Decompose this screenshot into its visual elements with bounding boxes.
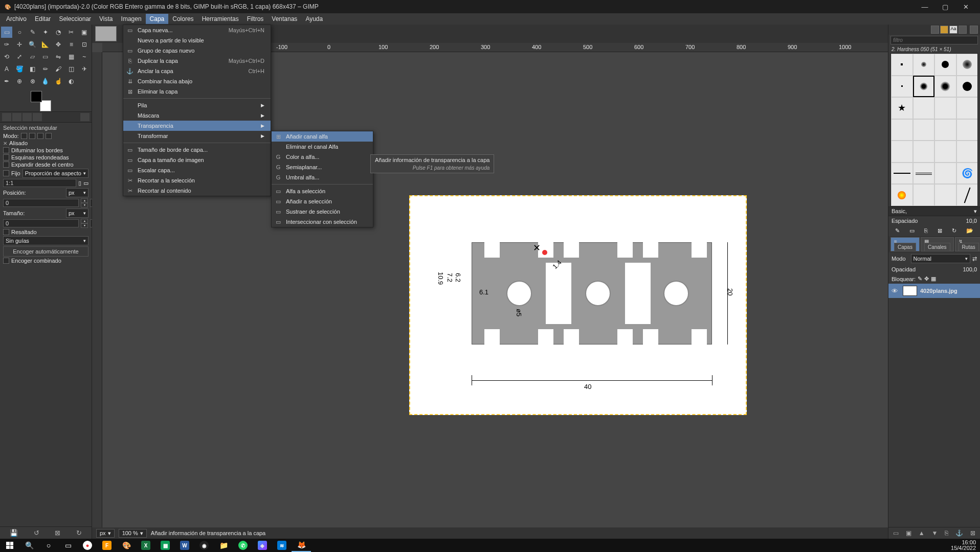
tool-rotate[interactable]: ⟲	[1, 51, 12, 62]
menu-item[interactable]: ⎘Duplicar la capaMayús+Ctrl+D	[123, 56, 271, 66]
tab-menu-icon[interactable]	[80, 113, 90, 121]
select-pos-unit[interactable]: px▾	[66, 188, 88, 197]
submenu-item[interactable]: GColor a alfa...	[272, 152, 373, 162]
menu-item[interactable]: ▭Capa a tamaño de imagen	[123, 155, 271, 165]
checkbox-encoger-comb[interactable]: Encoger combinado	[11, 258, 61, 264]
menu-ayuda[interactable]: Ayuda	[301, 14, 327, 24]
tool-eraser[interactable]: ◫	[65, 63, 77, 75]
menu-item[interactable]: ▭Escalar capa...	[123, 165, 271, 175]
brush-grid[interactable]: ★ 🌀	[890, 53, 978, 206]
lock-alpha-icon[interactable]: ▦	[931, 275, 936, 282]
taskbar-paint[interactable]: 🎨	[117, 539, 136, 552]
taskbar-vscode[interactable]: ≋	[272, 539, 292, 552]
cortana-icon[interactable]: ○	[39, 539, 58, 552]
checkbox-alisado[interactable]: Alisado	[9, 140, 28, 146]
submenu-item[interactable]: ▭Interseccionar con selección	[272, 217, 373, 227]
checkbox-icon[interactable]	[3, 258, 9, 264]
menu-filtros[interactable]: Filtros	[243, 14, 268, 24]
taskbar-app-f[interactable]: F	[97, 539, 117, 552]
tab-patterns[interactable]	[940, 26, 948, 34]
close-button[interactable]: ✕	[955, 0, 976, 13]
menu-item[interactable]: Transparencia▶	[123, 121, 271, 131]
menu-editar[interactable]: Editar	[31, 14, 55, 24]
tool-paths[interactable]: ✑	[1, 39, 12, 50]
menu-ventanas[interactable]: Ventanas	[268, 14, 301, 24]
menu-item[interactable]: Nuevo a partir de lo visible	[123, 35, 271, 45]
tool-blur[interactable]: 💧	[40, 76, 51, 87]
duplicate-layer-icon[interactable]: ⎘	[945, 530, 948, 537]
status-zoom-select[interactable]: 100 %▾	[119, 529, 147, 538]
tool-flip[interactable]: ⇋	[53, 51, 64, 62]
submenu-item[interactable]: ▭Añadir a selección	[272, 196, 373, 206]
status-unit-select[interactable]: px▾	[96, 529, 115, 538]
checkbox-fijo[interactable]: Fijo	[11, 170, 20, 176]
row-opacidad[interactable]: Opacidad100,0	[888, 265, 980, 274]
menu-item[interactable]: ⊠Eliminar la capa	[123, 86, 271, 97]
tool-clone[interactable]: ⊕	[14, 76, 25, 87]
search-icon[interactable]: 🔍	[19, 539, 39, 552]
tool-zoom[interactable]: 🔍	[27, 39, 38, 50]
tool-ellipse-select[interactable]: ○	[14, 27, 25, 38]
mode-replace[interactable]	[21, 133, 27, 139]
task-view-icon[interactable]: ▭	[58, 539, 78, 552]
tab-device-status[interactable]	[12, 113, 21, 121]
menu-vista[interactable]: Vista	[95, 14, 117, 24]
mode-intersect[interactable]	[46, 133, 52, 139]
submenu-item[interactable]: GSemiaplanar...	[272, 162, 373, 172]
select-proporcion[interactable]: Proporción de aspecto▾	[23, 169, 88, 178]
checkbox-icon[interactable]	[3, 147, 9, 153]
lock-pixels-icon[interactable]: ✎	[918, 275, 922, 282]
menu-colores[interactable]: Colores	[168, 14, 197, 24]
tab-tool-options[interactable]	[2, 113, 11, 121]
tool-dodge[interactable]: ◐	[65, 76, 77, 87]
menu-item[interactable]: Pila▶	[123, 100, 271, 110]
layer-down-icon[interactable]: ▼	[931, 530, 938, 537]
menu-seleccionar[interactable]: Seleccionar	[55, 14, 95, 24]
tool-perspective[interactable]: ▭	[40, 51, 51, 62]
select-guias[interactable]: Sin guías▾	[3, 236, 88, 245]
tool-color-picker[interactable]: ✛	[14, 39, 25, 50]
menu-item[interactable]: ✂Recortar al contenido	[123, 186, 271, 196]
mode-add[interactable]	[29, 133, 35, 139]
menu-herramientas[interactable]: Herramientas	[198, 14, 243, 24]
input-tam-w[interactable]	[3, 219, 79, 227]
minimize-button[interactable]: —	[915, 0, 935, 13]
maximize-button[interactable]: ▢	[935, 0, 955, 13]
menu-item[interactable]: Transformar▶	[123, 131, 271, 141]
menu-capa[interactable]: Capa	[146, 14, 169, 24]
tool-shear[interactable]: ▱	[27, 51, 38, 62]
portrait-icon[interactable]: ▯	[78, 180, 81, 187]
tab-history[interactable]	[959, 26, 967, 34]
tool-gradient[interactable]: ◧	[27, 63, 38, 75]
tool-airbrush[interactable]: ✈	[79, 63, 90, 75]
tool-ink[interactable]: ✒	[1, 76, 12, 87]
tool-rect-select[interactable]: ▭	[1, 27, 12, 38]
layer-thumbnail[interactable]	[903, 286, 917, 296]
save-options-icon[interactable]: 💾	[10, 529, 18, 537]
new-group-icon[interactable]: ▣	[906, 530, 911, 537]
tool-move[interactable]: ✥	[53, 39, 64, 50]
menu-item[interactable]: ▭Capa nueva...Mayús+Ctrl+N	[123, 25, 271, 35]
layer-visibility-icon[interactable]: 👁	[892, 287, 900, 295]
menu-item[interactable]: ▭Tamaño de borde de capa...	[123, 145, 271, 155]
taskbar-explorer[interactable]: 📁	[214, 539, 233, 552]
taskbar-sheets[interactable]: ▦	[155, 539, 175, 552]
image-canvas[interactable]: ✕ 40 20 6.1 6.2 7.2 10.9 1.4 ø5	[409, 195, 747, 415]
tool-free-select[interactable]: ✎	[27, 27, 38, 38]
anchor-layer-icon[interactable]: ⚓	[955, 530, 963, 537]
tool-text[interactable]: A	[1, 63, 12, 75]
checkbox-expandir[interactable]: Expandir desde el centro	[11, 162, 74, 168]
tool-pencil[interactable]: ✏	[40, 63, 51, 75]
delete-layer-icon[interactable]: ⊠	[970, 530, 975, 537]
submenu-item[interactable]: GUmbral alfa...	[272, 172, 373, 182]
start-button[interactable]	[0, 539, 19, 552]
tab-menu-icon[interactable]	[970, 26, 978, 34]
tab-canales[interactable]: ▦ Canales	[921, 237, 954, 251]
menu-imagen[interactable]: Imagen	[117, 14, 146, 24]
select-tam-unit[interactable]: px▾	[66, 209, 88, 218]
taskbar-clock[interactable]: 16:00 15/4/2022	[948, 540, 979, 551]
tool-cage[interactable]: ▦	[65, 51, 77, 62]
submenu-item[interactable]: ▭Sustraer de selección	[272, 206, 373, 217]
tab-fonts[interactable]: Aa	[949, 26, 957, 34]
checkbox-esquinas[interactable]: Esquinas redondeadas	[11, 154, 69, 160]
